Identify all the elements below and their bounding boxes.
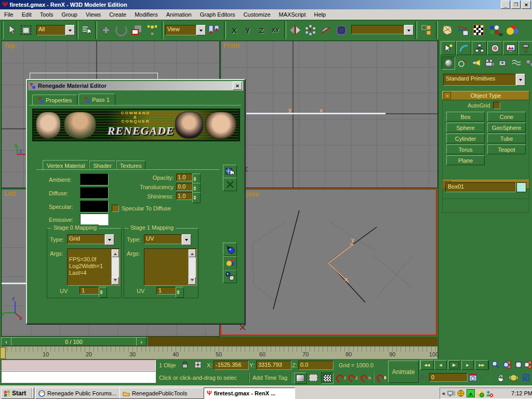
- menu-views[interactable]: Views: [82, 10, 105, 19]
- zoom-all-button[interactable]: [502, 360, 512, 369]
- absolute-mode-button[interactable]: [193, 360, 203, 369]
- scroll-up-icon[interactable]: [112, 249, 119, 257]
- named-selection-combo[interactable]: [351, 25, 414, 35]
- x-coordinate-field[interactable]: -1525.356: [214, 361, 249, 370]
- specular-to-diffuse-checkbox[interactable]: [112, 205, 119, 212]
- z-coordinate-field[interactable]: 0.0: [298, 361, 334, 370]
- smooth-shade-button[interactable]: [294, 373, 307, 384]
- add-time-tag[interactable]: Add Time Tag: [252, 375, 287, 381]
- menu-graph-editors[interactable]: Graph Editors: [196, 10, 240, 19]
- restrict-y-button[interactable]: Y: [241, 23, 255, 37]
- current-frame-field[interactable]: 0: [429, 373, 468, 382]
- object-color-swatch[interactable]: [516, 182, 526, 192]
- tab-modify[interactable]: [456, 41, 471, 55]
- arc-rotate-button[interactable]: [508, 373, 518, 382]
- tab-hierarchy[interactable]: [472, 41, 487, 55]
- reference-coordinate-combo[interactable]: View: [165, 25, 206, 35]
- y-coordinate-field[interactable]: 3315.793: [256, 361, 291, 370]
- diffuse-color-swatch[interactable]: [80, 187, 109, 199]
- select-by-name-button[interactable]: [80, 23, 94, 37]
- zoom-extents-button[interactable]: [513, 360, 524, 369]
- translucency-field[interactable]: 0.0: [176, 183, 193, 191]
- stage0-type-dropdown-arrow[interactable]: [105, 234, 114, 245]
- category-cameras[interactable]: [483, 57, 496, 69]
- time-configuration-button[interactable]: [468, 373, 478, 382]
- min-max-toggle-button[interactable]: [521, 373, 531, 382]
- primitive-category-dropdown-arrow[interactable]: [516, 74, 525, 86]
- select-and-scale-button[interactable]: [129, 23, 144, 37]
- wireframe-button[interactable]: [308, 373, 319, 383]
- assign-to-selection-button[interactable]: [223, 243, 237, 256]
- button-teapot[interactable]: Teapot: [487, 144, 526, 154]
- snap-angle-button[interactable]: ∠: [348, 373, 358, 383]
- reference-coordinate-dropdown-arrow[interactable]: [196, 25, 206, 35]
- opacity-field[interactable]: 1.0: [176, 174, 193, 181]
- select-and-manipulate-button[interactable]: [144, 23, 160, 37]
- scroll-down-icon[interactable]: [189, 277, 196, 285]
- tab-vertex-material[interactable]: Vertex Material: [43, 160, 89, 170]
- button-cylinder[interactable]: Cylinder: [446, 134, 485, 143]
- material-colors-button[interactable]: [223, 256, 237, 270]
- material-id-button[interactable]: ID: [486, 23, 503, 37]
- zoom-extents-all-button[interactable]: [524, 360, 532, 369]
- snap-3d-button[interactable]: 3: [336, 373, 346, 383]
- tray-messenger-icon[interactable]: [486, 390, 493, 397]
- snap-spinner-button[interactable]: [376, 373, 387, 383]
- shininess-spinner[interactable]: [192, 192, 201, 203]
- viewport-perspective[interactable]: Perspective y x: [220, 189, 437, 336]
- select-object-button[interactable]: [5, 23, 19, 37]
- snapshot-button[interactable]: [318, 23, 334, 37]
- tray-chevron[interactable]: «: [442, 390, 445, 396]
- menu-tools[interactable]: Tools: [36, 10, 58, 19]
- material-navigator-button[interactable]: [440, 23, 455, 37]
- stage1-args-scrollbar[interactable]: [188, 249, 196, 285]
- tray-signal-icon[interactable]: [467, 389, 475, 397]
- menu-modifiers[interactable]: Modifiers: [130, 10, 162, 19]
- menu-file[interactable]: File: [0, 10, 18, 19]
- stage1-type-dropdown-arrow[interactable]: [182, 234, 191, 245]
- tray-update-icon[interactable]: [477, 390, 484, 397]
- selection-filter-dropdown-arrow[interactable]: [65, 25, 75, 35]
- button-cone[interactable]: Cone: [487, 112, 526, 122]
- selection-filter-combo[interactable]: All: [36, 25, 75, 35]
- named-selection-dropdown-arrow[interactable]: [404, 25, 414, 35]
- tab-create[interactable]: [441, 41, 456, 55]
- category-shapes[interactable]: [456, 57, 469, 69]
- mirror-button[interactable]: [288, 23, 302, 37]
- dialog-title-bar[interactable]: Renegade Material Editor ×: [28, 81, 243, 90]
- animate-button[interactable]: Animate: [388, 361, 419, 383]
- restrict-xy-button[interactable]: XY: [268, 23, 283, 37]
- scroll-up-icon[interactable]: [189, 249, 196, 257]
- menu-animation[interactable]: Animation: [162, 10, 196, 19]
- tab-motion[interactable]: [487, 41, 502, 55]
- viewport-front[interactable]: Front y x: [220, 41, 438, 188]
- stage0-args-box[interactable]: FPS=30.0f Log2Width=1 Last=4: [67, 248, 120, 286]
- start-button[interactable]: Start: [1, 388, 34, 399]
- menu-create[interactable]: Create: [105, 10, 130, 19]
- time-slider-button[interactable]: 0 / 100: [11, 337, 137, 346]
- menu-group[interactable]: Group: [57, 10, 82, 19]
- stage1-uv-spinner[interactable]: [176, 287, 184, 298]
- specular-color-swatch[interactable]: [80, 201, 109, 212]
- category-lights[interactable]: [470, 57, 482, 69]
- tab-properties[interactable]: Properties: [32, 95, 77, 105]
- time-next-button[interactable]: ›: [136, 337, 147, 346]
- track-bar[interactable]: 10 20 30 40 50 60 70 80 90 100: [0, 346, 437, 359]
- named-selection-button[interactable]: [334, 23, 349, 37]
- dialog-close-button[interactable]: ×: [233, 82, 242, 90]
- stage0-uv-spinner[interactable]: [99, 287, 107, 298]
- rectangular-selection-button[interactable]: [19, 23, 33, 37]
- pan-button[interactable]: [496, 373, 506, 382]
- close-button[interactable]: ×: [522, 1, 531, 9]
- maxscript-mini-listener-pink[interactable]: [1, 360, 156, 371]
- category-geometry[interactable]: [442, 57, 455, 70]
- category-spacewarps[interactable]: [510, 57, 523, 69]
- stage1-type-combo[interactable]: UV: [144, 234, 191, 245]
- next-frame-button[interactable]: ▶: [461, 360, 474, 370]
- button-box[interactable]: Box: [446, 112, 485, 122]
- time-prev-button[interactable]: ‹: [1, 337, 11, 346]
- button-plane[interactable]: Plane: [446, 155, 485, 165]
- select-and-move-button[interactable]: [99, 23, 113, 37]
- minimize-button[interactable]: _: [501, 1, 510, 9]
- selection-lock-button[interactable]: [181, 360, 189, 369]
